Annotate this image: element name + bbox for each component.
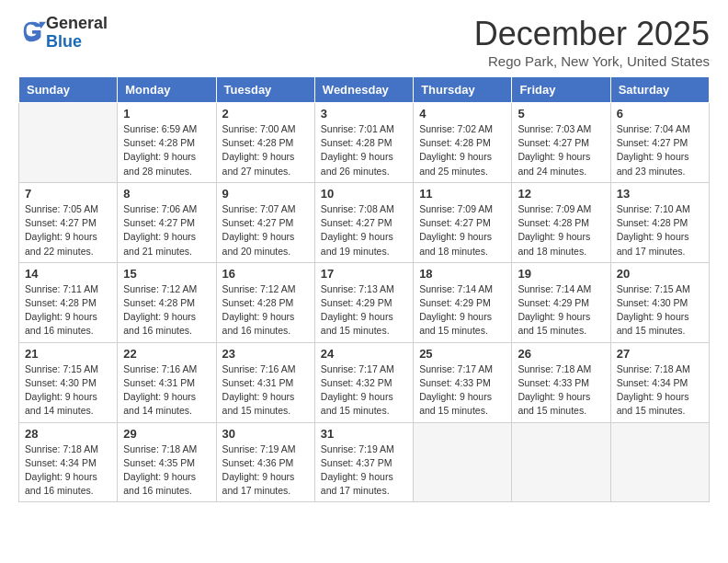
day-info: Sunrise: 7:01 AMSunset: 4:28 PMDaylight:… bbox=[321, 122, 407, 178]
weekday-header-monday: Monday bbox=[118, 77, 216, 103]
calendar-cell: 23Sunrise: 7:16 AMSunset: 4:31 PMDayligh… bbox=[216, 342, 314, 422]
calendar-cell: 30Sunrise: 7:19 AMSunset: 4:36 PMDayligh… bbox=[216, 422, 314, 502]
day-number: 28 bbox=[25, 427, 111, 441]
day-info: Sunrise: 7:10 AMSunset: 4:28 PMDaylight:… bbox=[617, 202, 703, 259]
daylight-text: Daylight: 9 hours and 16 minutes. bbox=[222, 311, 295, 336]
calendar-cell: 19Sunrise: 7:14 AMSunset: 4:29 PMDayligh… bbox=[512, 262, 610, 342]
day-info: Sunrise: 7:18 AMSunset: 4:34 PMDaylight:… bbox=[617, 362, 703, 419]
daylight-text: Daylight: 9 hours and 17 minutes. bbox=[321, 471, 393, 496]
day-number: 5 bbox=[518, 107, 604, 121]
sunrise-text: Sunrise: 7:13 AM bbox=[321, 283, 394, 294]
weekday-header-row: SundayMondayTuesdayWednesdayThursdayFrid… bbox=[19, 77, 710, 103]
day-info: Sunrise: 7:09 AMSunset: 4:27 PMDaylight:… bbox=[419, 202, 506, 259]
daylight-text: Daylight: 9 hours and 17 minutes. bbox=[617, 231, 689, 256]
calendar-week-4: 21Sunrise: 7:15 AMSunset: 4:30 PMDayligh… bbox=[19, 342, 710, 422]
daylight-text: Daylight: 9 hours and 16 minutes. bbox=[123, 471, 196, 496]
calendar-week-5: 28Sunrise: 7:18 AMSunset: 4:34 PMDayligh… bbox=[19, 422, 710, 502]
calendar-cell: 25Sunrise: 7:17 AMSunset: 4:33 PMDayligh… bbox=[414, 342, 512, 422]
month-title: December 2025 bbox=[474, 15, 710, 53]
day-number: 17 bbox=[321, 267, 407, 281]
day-number: 31 bbox=[321, 427, 407, 441]
calendar-cell: 2Sunrise: 7:00 AMSunset: 4:28 PMDaylight… bbox=[216, 103, 314, 183]
calendar-cell: 24Sunrise: 7:17 AMSunset: 4:32 PMDayligh… bbox=[314, 342, 413, 422]
day-info: Sunrise: 7:14 AMSunset: 4:29 PMDaylight:… bbox=[518, 282, 604, 339]
day-number: 4 bbox=[419, 107, 506, 121]
daylight-text: Daylight: 9 hours and 17 minutes. bbox=[222, 471, 295, 496]
calendar-cell: 9Sunrise: 7:07 AMSunset: 4:27 PMDaylight… bbox=[216, 182, 314, 262]
title-block: December 2025 Rego Park, New York, Unite… bbox=[474, 15, 710, 69]
sunrise-text: Sunrise: 7:12 AM bbox=[222, 283, 296, 294]
calendar-cell: 22Sunrise: 7:16 AMSunset: 4:31 PMDayligh… bbox=[118, 342, 216, 422]
daylight-text: Daylight: 9 hours and 15 minutes. bbox=[518, 391, 590, 416]
sunrise-text: Sunrise: 7:09 AM bbox=[518, 203, 591, 214]
sunrise-text: Sunrise: 7:03 AM bbox=[518, 123, 591, 134]
day-info: Sunrise: 7:14 AMSunset: 4:29 PMDaylight:… bbox=[419, 282, 506, 339]
calendar-cell: 8Sunrise: 7:06 AMSunset: 4:27 PMDaylight… bbox=[118, 182, 216, 262]
day-info: Sunrise: 7:19 AMSunset: 4:37 PMDaylight:… bbox=[321, 442, 407, 499]
sunset-text: Sunset: 4:33 PM bbox=[419, 377, 491, 388]
sunrise-text: Sunrise: 7:17 AM bbox=[419, 363, 493, 374]
calendar-table: SundayMondayTuesdayWednesdayThursdayFrid… bbox=[18, 76, 710, 502]
day-number: 10 bbox=[321, 187, 407, 201]
day-number: 22 bbox=[123, 347, 210, 361]
sunset-text: Sunset: 4:27 PM bbox=[419, 217, 491, 228]
calendar-cell: 5Sunrise: 7:03 AMSunset: 4:27 PMDaylight… bbox=[512, 103, 610, 183]
day-info: Sunrise: 7:06 AMSunset: 4:27 PMDaylight:… bbox=[123, 202, 210, 259]
day-number: 7 bbox=[25, 187, 111, 201]
calendar-cell: 1Sunrise: 6:59 AMSunset: 4:28 PMDaylight… bbox=[118, 103, 216, 183]
calendar-cell: 27Sunrise: 7:18 AMSunset: 4:34 PMDayligh… bbox=[610, 342, 709, 422]
sunset-text: Sunset: 4:37 PM bbox=[321, 457, 392, 468]
sunrise-text: Sunrise: 7:14 AM bbox=[518, 283, 591, 294]
sunset-text: Sunset: 4:34 PM bbox=[617, 377, 688, 388]
day-number: 6 bbox=[617, 107, 703, 121]
weekday-header-tuesday: Tuesday bbox=[216, 77, 314, 103]
sunset-text: Sunset: 4:30 PM bbox=[25, 377, 97, 388]
logo-icon bbox=[20, 18, 46, 44]
sunrise-text: Sunrise: 7:14 AM bbox=[419, 283, 493, 294]
daylight-text: Daylight: 9 hours and 18 minutes. bbox=[518, 231, 590, 256]
day-number: 29 bbox=[123, 427, 210, 441]
day-number: 26 bbox=[518, 347, 604, 361]
sunrise-text: Sunrise: 7:16 AM bbox=[222, 363, 296, 374]
daylight-text: Daylight: 9 hours and 26 minutes. bbox=[321, 151, 393, 176]
calendar-cell: 16Sunrise: 7:12 AMSunset: 4:28 PMDayligh… bbox=[216, 262, 314, 342]
day-info: Sunrise: 7:16 AMSunset: 4:31 PMDaylight:… bbox=[222, 362, 309, 419]
calendar-cell: 29Sunrise: 7:18 AMSunset: 4:35 PMDayligh… bbox=[118, 422, 216, 502]
calendar-week-1: 1Sunrise: 6:59 AMSunset: 4:28 PMDaylight… bbox=[19, 103, 710, 183]
sunrise-text: Sunrise: 7:00 AM bbox=[222, 123, 296, 134]
logo: General Blue bbox=[18, 15, 108, 52]
day-info: Sunrise: 7:13 AMSunset: 4:29 PMDaylight:… bbox=[321, 282, 407, 339]
daylight-text: Daylight: 9 hours and 21 minutes. bbox=[123, 231, 196, 256]
day-number: 13 bbox=[617, 187, 703, 201]
daylight-text: Daylight: 9 hours and 15 minutes. bbox=[321, 311, 393, 336]
day-info: Sunrise: 7:18 AMSunset: 4:33 PMDaylight:… bbox=[518, 362, 604, 419]
sunrise-text: Sunrise: 7:11 AM bbox=[25, 283, 98, 294]
daylight-text: Daylight: 9 hours and 16 minutes. bbox=[25, 311, 97, 336]
calendar-cell: 13Sunrise: 7:10 AMSunset: 4:28 PMDayligh… bbox=[610, 182, 709, 262]
day-info: Sunrise: 7:15 AMSunset: 4:30 PMDaylight:… bbox=[617, 282, 703, 339]
day-number: 9 bbox=[222, 187, 309, 201]
calendar-cell: 31Sunrise: 7:19 AMSunset: 4:37 PMDayligh… bbox=[314, 422, 413, 502]
calendar-cell: 14Sunrise: 7:11 AMSunset: 4:28 PMDayligh… bbox=[19, 262, 118, 342]
day-number: 11 bbox=[419, 187, 506, 201]
sunset-text: Sunset: 4:27 PM bbox=[617, 137, 688, 148]
sunrise-text: Sunrise: 7:18 AM bbox=[617, 363, 690, 374]
day-number: 16 bbox=[222, 267, 309, 281]
sunrise-text: Sunrise: 7:19 AM bbox=[222, 443, 296, 454]
day-info: Sunrise: 7:12 AMSunset: 4:28 PMDaylight:… bbox=[123, 282, 210, 339]
daylight-text: Daylight: 9 hours and 15 minutes. bbox=[321, 391, 393, 416]
day-number: 14 bbox=[25, 267, 111, 281]
sunset-text: Sunset: 4:29 PM bbox=[419, 297, 491, 308]
day-info: Sunrise: 7:07 AMSunset: 4:27 PMDaylight:… bbox=[222, 202, 309, 259]
weekday-header-sunday: Sunday bbox=[19, 77, 118, 103]
sunset-text: Sunset: 4:28 PM bbox=[123, 297, 195, 308]
day-number: 20 bbox=[617, 267, 703, 281]
daylight-text: Daylight: 9 hours and 27 minutes. bbox=[222, 151, 295, 176]
sunrise-text: Sunrise: 7:01 AM bbox=[321, 123, 394, 134]
sunset-text: Sunset: 4:27 PM bbox=[321, 217, 392, 228]
daylight-text: Daylight: 9 hours and 15 minutes. bbox=[617, 311, 689, 336]
sunset-text: Sunset: 4:27 PM bbox=[123, 217, 195, 228]
day-number: 19 bbox=[518, 267, 604, 281]
daylight-text: Daylight: 9 hours and 19 minutes. bbox=[321, 231, 393, 256]
calendar-cell: 15Sunrise: 7:12 AMSunset: 4:28 PMDayligh… bbox=[118, 262, 216, 342]
